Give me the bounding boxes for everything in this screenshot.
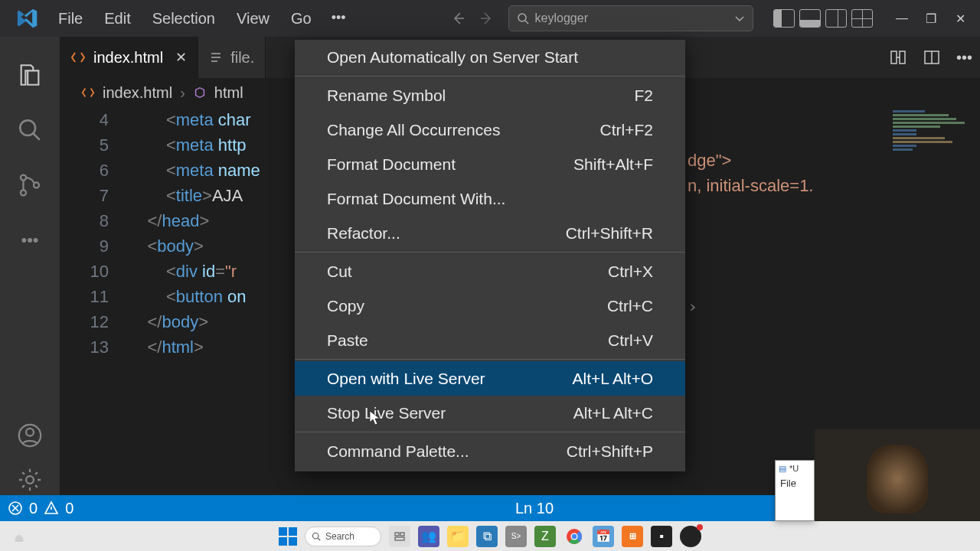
code-text[interactable]: <meta http: [129, 132, 247, 158]
teams-icon[interactable]: 👥: [418, 526, 439, 547]
menu-item-shortcut: Alt+L Alt+O: [573, 370, 653, 388]
menu-item-shortcut: Ctrl+Shift+P: [567, 442, 653, 461]
window-maximize-button[interactable]: ❐: [923, 11, 939, 26]
taskbar-search[interactable]: Search: [305, 527, 381, 546]
svg-point-6: [26, 429, 34, 436]
tab-close-icon[interactable]: ✕: [175, 49, 187, 66]
context-menu-item[interactable]: Rename SymbolF2: [295, 78, 685, 112]
app-icon[interactable]: Z: [534, 526, 556, 547]
accounts-icon[interactable]: [13, 419, 47, 452]
error-count[interactable]: 0: [29, 500, 38, 517]
svg-point-1: [20, 120, 35, 135]
code-text[interactable]: </head>: [129, 208, 209, 233]
menu-edit[interactable]: Edit: [95, 5, 139, 32]
vscode-taskbar-icon[interactable]: ⧉: [476, 526, 498, 547]
calendar-icon[interactable]: 📅: [593, 526, 614, 547]
notepad-menu-file[interactable]: File: [776, 476, 814, 491]
file-explorer-icon[interactable]: 📁: [447, 526, 469, 547]
context-menu-item[interactable]: CutCtrl+X: [295, 254, 685, 289]
more-activity-icon[interactable]: •••: [13, 223, 47, 257]
chrome-icon[interactable]: [564, 526, 585, 547]
context-menu-item[interactable]: Command Palette...Ctrl+Shift+P: [295, 434, 685, 468]
obs-icon[interactable]: [680, 526, 701, 547]
customize-layout-button[interactable]: [851, 9, 873, 28]
menu-view[interactable]: View: [227, 5, 279, 32]
diff-icon[interactable]: [889, 48, 907, 67]
warning-icon[interactable]: [44, 500, 59, 516]
context-menu-item[interactable]: Open Automatically on Server Start: [295, 40, 685, 74]
crumb-file[interactable]: index.html: [103, 84, 172, 102]
toggle-panel-button[interactable]: [799, 9, 821, 28]
context-menu-item[interactable]: CopyCtrl+C: [295, 289, 685, 323]
line-number: 8: [60, 208, 129, 233]
svg-point-20: [572, 533, 577, 538]
html-file-icon: [81, 86, 95, 99]
start-button[interactable]: [279, 527, 297, 546]
window-close-button[interactable]: ✕: [952, 11, 968, 26]
menu-go[interactable]: Go: [282, 5, 321, 32]
command-center-search[interactable]: keylogger: [508, 5, 753, 31]
context-menu-item[interactable]: Stop Live ServerAlt+L Alt+C: [295, 396, 685, 430]
explorer-icon[interactable]: [13, 58, 47, 92]
context-menu-item[interactable]: Format Document With...: [295, 181, 685, 216]
toggle-primary-sidebar-button[interactable]: [773, 9, 795, 28]
symbol-icon: [193, 86, 207, 99]
svg-rect-14: [400, 533, 404, 536]
error-icon[interactable]: [8, 500, 23, 516]
crumb-symbol[interactable]: html: [214, 84, 243, 102]
cursor-position[interactable]: Ln 10: [515, 500, 554, 517]
code-text[interactable]: </body>: [129, 309, 208, 334]
context-menu-item[interactable]: Refactor...Ctrl+Shift+R: [295, 216, 685, 250]
context-menu-item[interactable]: PasteCtrl+V: [295, 323, 685, 357]
code-text[interactable]: <div id="r: [129, 259, 237, 284]
search-activity-icon[interactable]: [13, 113, 47, 147]
line-number: 4: [60, 107, 129, 132]
menu-item-label: Open with Live Server: [327, 370, 485, 388]
tab-file[interactable]: file.: [198, 37, 266, 78]
app-icon[interactable]: S>: [505, 526, 527, 547]
svg-rect-15: [395, 537, 404, 540]
menu-selection[interactable]: Selection: [143, 5, 224, 32]
more-actions-icon[interactable]: •••: [956, 49, 972, 67]
menu-item-label: Rename Symbol: [327, 86, 446, 105]
nav-forward-icon[interactable]: [475, 6, 499, 31]
task-view-icon[interactable]: [389, 526, 410, 547]
xampp-icon[interactable]: ⊞: [622, 526, 643, 547]
menu-more-icon[interactable]: •••: [324, 5, 354, 32]
code-text[interactable]: <meta char: [129, 107, 251, 132]
line-number: 12: [60, 309, 129, 334]
code-text[interactable]: <title>AJA: [129, 183, 243, 208]
chevron-down-icon[interactable]: [734, 13, 745, 24]
nav-back-icon[interactable]: [446, 6, 470, 31]
chevron-right-icon: ›: [688, 297, 697, 316]
context-menu-item[interactable]: Open with Live ServerAlt+L Alt+O: [295, 361, 685, 396]
menu-item-shortcut: Ctrl+F2: [600, 121, 653, 139]
warning-count[interactable]: 0: [65, 500, 74, 517]
svg-rect-8: [891, 51, 897, 64]
toggle-secondary-sidebar-button[interactable]: [825, 9, 847, 28]
line-number: 5: [60, 132, 129, 158]
svg-point-3: [21, 190, 26, 195]
line-number: 11: [60, 284, 129, 309]
code-text[interactable]: <button on: [129, 284, 247, 309]
tab-label: index.html: [93, 49, 163, 67]
menu-file[interactable]: File: [49, 5, 92, 32]
terminal-icon[interactable]: ▪: [651, 526, 672, 547]
code-text[interactable]: <meta name: [129, 158, 260, 183]
code-text[interactable]: <body>: [129, 233, 204, 259]
context-menu-item[interactable]: Format DocumentShift+Alt+F: [295, 147, 685, 181]
menu-item-label: Command Palette...: [327, 442, 469, 461]
notepad-window[interactable]: ▤*U File: [775, 460, 815, 521]
split-editor-icon[interactable]: [923, 48, 941, 67]
line-number: 7: [60, 183, 129, 208]
menu-item-label: Change All Occurrences: [327, 121, 500, 139]
code-text[interactable]: </html>: [129, 334, 204, 360]
minimap[interactable]: [885, 107, 980, 260]
weather-widget-icon[interactable]: [11, 528, 28, 545]
context-menu-item[interactable]: Change All OccurrencesCtrl+F2: [295, 112, 685, 147]
svg-rect-13: [395, 533, 399, 536]
source-control-icon[interactable]: [13, 168, 47, 202]
window-minimize-button[interactable]: —: [894, 11, 910, 26]
settings-gear-icon[interactable]: [13, 463, 47, 497]
tab-index-html[interactable]: index.html ✕: [60, 37, 198, 78]
